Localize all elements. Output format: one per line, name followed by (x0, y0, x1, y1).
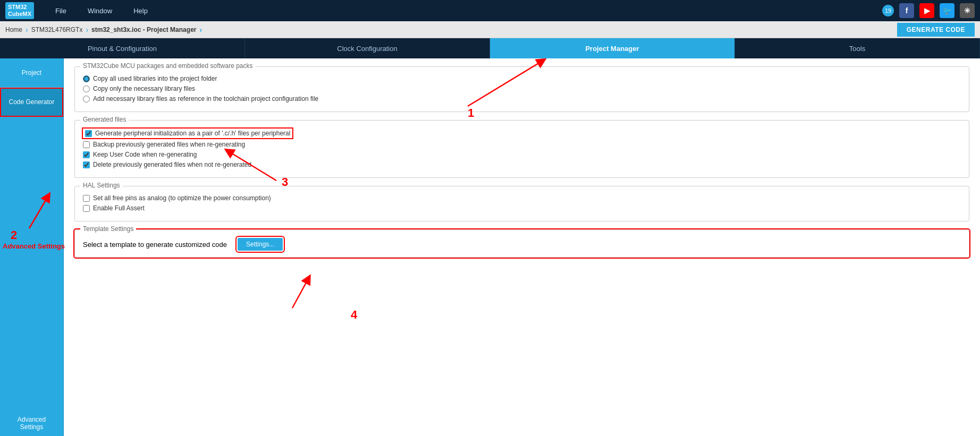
radio-copy-all[interactable]: Copy all used libraries into the project… (83, 75, 961, 82)
radio-copy-all-input[interactable] (83, 75, 90, 82)
logo-area: STM32CubeMX (5, 2, 34, 19)
hal-settings-title: HAL Settings (80, 182, 123, 189)
cb-full-assert[interactable]: Enable Full Assert (83, 204, 961, 212)
cb-peripheral-init-label: Generate peripheral initialization as a … (95, 130, 290, 137)
cb-backup[interactable]: Backup previously generated files when r… (83, 141, 961, 148)
generated-files-section: Generated files Generate peripheral init… (74, 120, 969, 178)
sidebar: Project Code Generator Advanced Settings (0, 58, 64, 436)
advanced-settings-label: Advanced Settings (5, 416, 58, 431)
radio-copy-necessary-label: Copy only the necessary library files (93, 85, 195, 92)
tab-project-manager[interactable]: Project Manager (490, 38, 735, 58)
breadcrumb-home[interactable]: Home › (5, 25, 31, 34)
cb-free-pins-label: Set all free pins as analog (to optimize… (93, 194, 271, 202)
radio-add-reference-input[interactable] (83, 96, 90, 102)
breadcrumb-device[interactable]: STM32L476RGTx › (31, 25, 91, 34)
cb-peripheral-init[interactable]: Generate peripheral initialization as a … (83, 129, 292, 138)
menu-bar: File Window Help (55, 7, 882, 15)
annotation-4: 4 (351, 308, 358, 321)
template-settings-title: Template Settings (80, 225, 136, 233)
mcu-packages-section: STM32Cube MCU packages and embedded soft… (74, 66, 969, 112)
cb-delete-previous[interactable]: Delete previously generated files when n… (83, 161, 961, 168)
radio-add-reference[interactable]: Add necessary library files as reference… (83, 95, 961, 102)
sidebar-advanced-settings[interactable]: Advanced Settings (0, 411, 63, 436)
template-settings-section: Template Settings Select a template to g… (74, 229, 969, 258)
hal-settings-section: HAL Settings Set all free pins as analog… (74, 186, 969, 221)
cb-free-pins-input[interactable] (83, 195, 90, 202)
generated-files-content: Generate peripheral initialization as a … (83, 126, 961, 168)
template-settings-content: Select a template to generate customized… (83, 235, 961, 251)
svg-line-1 (292, 279, 308, 308)
tab-clock[interactable]: Clock Configuration (245, 38, 490, 58)
cb-full-assert-label: Enable Full Assert (93, 204, 145, 212)
radio-copy-necessary-input[interactable] (83, 86, 90, 92)
generated-files-title: Generated files (80, 116, 129, 123)
cb-keep-user-code-input[interactable] (83, 151, 90, 158)
radio-copy-necessary[interactable]: Copy only the necessary library files (83, 85, 961, 92)
breadcrumb-current: stm32_sht3x.ioc - Project Manager › (91, 25, 205, 34)
tab-pinout[interactable]: Pinout & Configuration (0, 38, 245, 58)
network-icon[interactable]: ✳ (960, 3, 975, 18)
notification-badge[interactable]: 19 (882, 5, 894, 16)
tab-tools[interactable]: Tools (735, 38, 980, 58)
mcu-packages-content: Copy all used libraries into the project… (83, 72, 961, 102)
menu-window[interactable]: Window (88, 7, 112, 15)
breadcrumb: Home › STM32L476RGTx › stm32_sht3x.ioc -… (0, 21, 980, 38)
mcu-packages-title: STM32Cube MCU packages and embedded soft… (80, 62, 256, 70)
main-tabs: Pinout & Configuration Clock Configurati… (0, 38, 980, 58)
cb-delete-previous-input[interactable] (83, 161, 90, 168)
template-description: Select a template to generate customized… (83, 241, 227, 249)
radio-copy-all-label: Copy all used libraries into the project… (93, 75, 217, 82)
cb-backup-input[interactable] (83, 141, 90, 148)
sidebar-item-code-generator[interactable]: Code Generator (0, 88, 63, 117)
cb-keep-user-code-label: Keep User Code when re-generating (93, 151, 197, 158)
hal-settings-content: Set all free pins as analog (to optimize… (83, 192, 961, 212)
content-area: STM32Cube MCU packages and embedded soft… (64, 58, 980, 436)
top-bar: STM32CubeMX File Window Help 19 f ▶ 🐦 ✳ (0, 0, 980, 21)
settings-button[interactable]: Settings... (238, 238, 283, 251)
menu-help[interactable]: Help (133, 7, 148, 15)
generate-code-button[interactable]: GENERATE CODE (897, 23, 975, 37)
logo: STM32CubeMX (5, 2, 34, 19)
menu-file[interactable]: File (55, 7, 66, 15)
youtube-icon[interactable]: ▶ (919, 3, 934, 18)
cb-peripheral-init-input[interactable] (85, 130, 92, 137)
radio-add-reference-label: Add necessary library files as reference… (93, 95, 318, 102)
twitter-icon[interactable]: 🐦 (940, 3, 954, 18)
cb-full-assert-input[interactable] (83, 205, 90, 212)
cb-backup-label: Backup previously generated files when r… (93, 141, 245, 148)
cb-keep-user-code[interactable]: Keep User Code when re-generating (83, 151, 961, 158)
template-row: Select a template to generate customized… (83, 238, 961, 251)
social-icons: 19 f ▶ 🐦 ✳ (882, 3, 975, 18)
cb-delete-previous-label: Delete previously generated files when n… (93, 161, 251, 168)
cb-free-pins[interactable]: Set all free pins as analog (to optimize… (83, 194, 961, 202)
sidebar-item-project[interactable]: Project (0, 58, 63, 88)
facebook-icon[interactable]: f (899, 3, 914, 18)
body: Project Code Generator Advanced Settings… (0, 58, 980, 436)
